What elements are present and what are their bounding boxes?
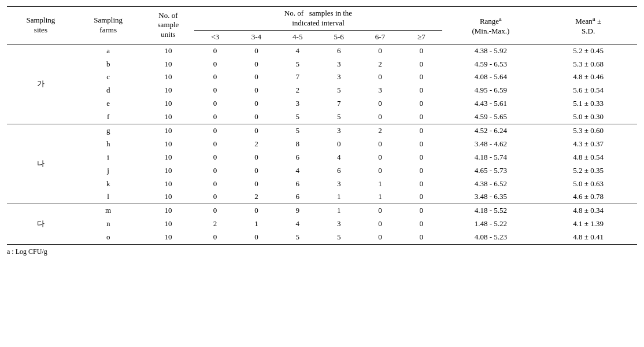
cell-i56: 1 [318,190,359,204]
cell-lt3: 0 [194,84,235,97]
cell-i56: 3 [318,58,359,71]
cell-lt3: 0 [194,204,235,217]
cell-farm: o [75,231,142,245]
cell-units: 10 [142,44,195,57]
cell-i45: 6 [277,178,318,191]
cell-range: 4.59 - 6.53 [442,58,540,71]
cell-units: 10 [142,204,195,217]
cell-lt3: 0 [194,97,235,110]
table-wrapper: Samplingsites Samplingfarms No. ofsample… [7,6,637,256]
cell-i56: 3 [318,217,359,231]
cell-lt3: 0 [194,58,235,71]
cell-units: 10 [142,231,195,245]
cell-ge7: 0 [401,151,442,164]
cell-i34: 0 [236,164,277,178]
cell-farm: k [75,178,142,191]
cell-mean: 4.1 ± 1.39 [539,217,637,231]
cell-i34: 0 [236,204,277,217]
cell-i67: 3 [360,84,401,97]
cell-i67: 0 [360,164,401,178]
cell-i56: 3 [318,124,359,138]
cell-lt3: 0 [194,151,235,164]
cell-i34: 0 [236,124,277,138]
cell-i45: 4 [277,217,318,231]
cell-i56: 1 [318,204,359,217]
header-mean: Meana ±S.D. [539,6,637,44]
cell-lt3: 0 [194,124,235,138]
cell-units: 10 [142,97,195,110]
cell-units: 10 [142,110,195,124]
cell-i45: 8 [277,138,318,151]
cell-units: 10 [142,164,195,178]
cell-i45: 9 [277,204,318,217]
cell-ge7: 0 [401,97,442,110]
cell-ge7: 0 [401,124,442,138]
cell-mean: 5.3 ± 0.68 [539,58,637,71]
cell-i67: 1 [360,178,401,191]
cell-lt3: 0 [194,178,235,191]
cell-units: 10 [142,71,195,84]
cell-ge7: 0 [401,110,442,124]
cell-i34: 0 [236,44,277,57]
cell-units: 10 [142,138,195,151]
cell-mean: 4.8 ± 0.41 [539,231,637,245]
cell-range: 4.95 - 6.59 [442,84,540,97]
cell-i34: 2 [236,190,277,204]
cell-ge7: 0 [401,217,442,231]
header-units: No. ofsampleunits [142,6,195,44]
site-cell: 가 [7,44,75,124]
cell-farm: j [75,164,142,178]
cell-mean: 5.0 ± 0.63 [539,178,637,191]
cell-farm: d [75,84,142,97]
cell-lt3: 0 [194,71,235,84]
cell-i67: 0 [360,110,401,124]
cell-i45: 4 [277,164,318,178]
cell-i67: 0 [360,138,401,151]
cell-lt3: 0 [194,138,235,151]
cell-i67: 2 [360,124,401,138]
cell-i45: 5 [277,124,318,138]
cell-i34: 1 [236,217,277,231]
cell-mean: 5.0 ± 0.30 [539,110,637,124]
cell-i34: 0 [236,71,277,84]
cell-mean: 5.6 ± 0.54 [539,84,637,97]
cell-mean: 4.3 ± 0.37 [539,138,637,151]
cell-i67: 0 [360,71,401,84]
cell-lt3: 2 [194,217,235,231]
cell-units: 10 [142,217,195,231]
cell-i56: 6 [318,164,359,178]
cell-ge7: 0 [401,231,442,245]
cell-range: 4.43 - 5.61 [442,97,540,110]
cell-i67: 0 [360,97,401,110]
cell-farm: m [75,204,142,217]
cell-i67: 2 [360,58,401,71]
cell-mean: 5.3 ± 0.60 [539,124,637,138]
cell-i45: 2 [277,84,318,97]
cell-farm: h [75,138,142,151]
cell-range: 1.48 - 5.22 [442,217,540,231]
cell-i56: 7 [318,97,359,110]
cell-range: 4.08 - 5.23 [442,231,540,245]
cell-farm: c [75,71,142,84]
cell-i67: 0 [360,151,401,164]
cell-farm: l [75,190,142,204]
cell-range: 4.38 - 5.92 [442,44,540,57]
cell-i45: 7 [277,71,318,84]
cell-ge7: 0 [401,204,442,217]
cell-range: 4.08 - 5.64 [442,71,540,84]
header-sites: Samplingsites [7,6,75,44]
cell-ge7: 0 [401,44,442,57]
cell-i34: 0 [236,231,277,245]
cell-range: 4.18 - 5.52 [442,204,540,217]
header-lt3: <3 [194,30,235,44]
cell-i67: 0 [360,44,401,57]
cell-units: 10 [142,84,195,97]
header-range: Rangea(Min.-Max.) [442,6,540,44]
cell-i67: 0 [360,231,401,245]
cell-range: 4.59 - 5.65 [442,110,540,124]
cell-i56: 5 [318,231,359,245]
cell-i34: 0 [236,151,277,164]
cell-range: 3.48 - 4.62 [442,138,540,151]
cell-i56: 3 [318,178,359,191]
cell-i34: 2 [236,138,277,151]
